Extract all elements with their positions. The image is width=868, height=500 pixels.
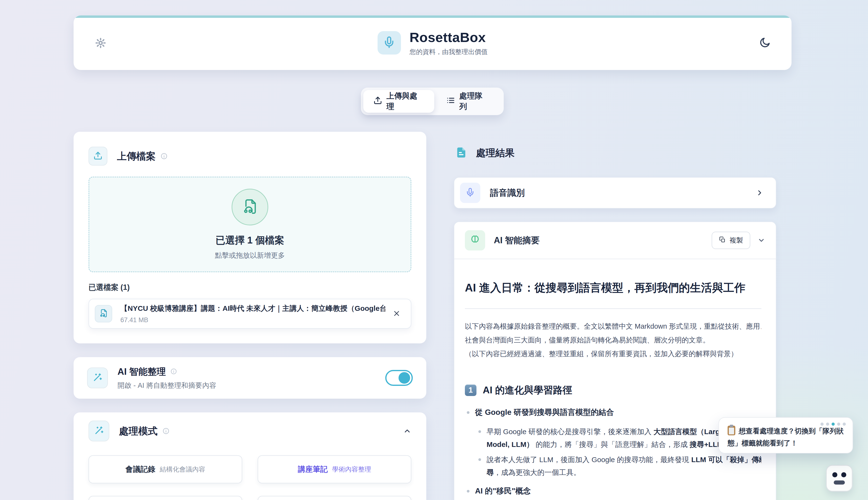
remove-file-button[interactable] bbox=[393, 309, 401, 318]
dropzone-hint: 點擊或拖放以新增更多 bbox=[215, 251, 285, 260]
dot bbox=[843, 422, 846, 426]
summary-bullet-list: 從 Google 研發到搜尋與語言模型的結合 早期 Google 研發的核心是搜… bbox=[465, 407, 761, 500]
magic-wand-icon bbox=[92, 372, 103, 384]
chevron-down-icon[interactable] bbox=[757, 237, 765, 244]
assistant-fab-button[interactable] bbox=[826, 465, 853, 491]
info-icon[interactable] bbox=[170, 368, 177, 375]
microphone-icon bbox=[383, 36, 395, 49]
ai-summary-card: AI 智能摘要 複製 AI 進入日常 bbox=[454, 221, 776, 500]
upload-card: 上傳檔案 已選擇 1 個檔案 bbox=[73, 132, 426, 343]
tab-queue[interactable]: 處理隊列 bbox=[434, 91, 501, 112]
main-tab-bar: 上傳與處理 處理隊列 bbox=[361, 88, 504, 115]
tab-upload-process[interactable]: 上傳與處理 bbox=[363, 90, 434, 113]
app-tagline: 您的資料，由我整理出價值 bbox=[410, 47, 488, 56]
mode-card-title: 處理模式 bbox=[119, 424, 158, 438]
copy-button[interactable]: 複製 bbox=[712, 232, 750, 249]
copy-label: 複製 bbox=[730, 236, 743, 245]
document-icon bbox=[455, 147, 467, 159]
summary-intro-line: 以下內容為根據原始錄音整理的概要。全文以繁體中文 Markdown 形式呈現，重… bbox=[465, 319, 761, 333]
chevron-up-icon bbox=[403, 432, 411, 436]
section-title: AI 的進化與學習路徑 bbox=[483, 384, 572, 397]
audio-file-icon bbox=[99, 309, 108, 319]
dot bbox=[821, 422, 824, 426]
copy-icon bbox=[719, 236, 726, 245]
close-icon bbox=[393, 314, 401, 318]
ai-summary-title: AI 智能摘要 bbox=[494, 235, 540, 246]
wand-chip bbox=[87, 367, 108, 388]
tab-upload-label: 上傳與處理 bbox=[386, 91, 424, 112]
brain-icon bbox=[470, 234, 481, 246]
dot-active bbox=[832, 422, 835, 426]
results-title: 處理結果 bbox=[476, 146, 514, 159]
clipboard-icon bbox=[728, 426, 735, 435]
mode-button-meeting[interactable]: 會議記錄 結構化會議內容 bbox=[89, 455, 242, 484]
ai-organize-card: AI 智能整理 開啟 - AI 將自動整理和摘要內容 bbox=[73, 357, 426, 399]
app-logo bbox=[378, 31, 401, 55]
ai-organize-status: 開啟 - AI 將自動整理和摘要內容 bbox=[117, 381, 216, 390]
brain-chip bbox=[465, 230, 485, 250]
mode-name: 會議記錄 bbox=[126, 464, 155, 475]
hint-toast[interactable]: 想查看處理進度？切換到「隊列狀 態」標籤就能看到了！ bbox=[718, 417, 853, 453]
info-icon[interactable] bbox=[162, 427, 170, 435]
bullet-dot bbox=[478, 458, 481, 461]
list-icon bbox=[446, 96, 455, 107]
voice-recognition-label: 語音識別 bbox=[490, 187, 525, 199]
bullet-dot bbox=[467, 490, 470, 492]
microphone-icon bbox=[465, 188, 475, 198]
app-header: RosettaBox 您的資料，由我整理出價值 bbox=[73, 15, 791, 70]
voice-recognition-row[interactable]: 語音識別 bbox=[454, 177, 776, 208]
upload-icon bbox=[373, 96, 382, 107]
magic-wand-icon bbox=[94, 425, 104, 437]
summary-doc-title: AI 進入日常：從搜尋到語言模型，再到我們的生活與工作 bbox=[465, 281, 761, 295]
mode-button-hidden-1[interactable] bbox=[89, 496, 242, 500]
dot bbox=[837, 422, 840, 426]
info-icon[interactable] bbox=[160, 152, 168, 160]
tab-queue-label: 處理隊列 bbox=[459, 91, 489, 112]
dot bbox=[826, 422, 829, 426]
mode-button-hidden-2[interactable] bbox=[258, 496, 411, 500]
upload-card-title: 上傳檔案 bbox=[117, 150, 155, 163]
app-title: RosettaBox bbox=[410, 30, 488, 45]
toggle-knob bbox=[398, 372, 410, 384]
page: RosettaBox 您的資料，由我整理出價值 上傳與處理 bbox=[0, 0, 868, 500]
voice-chip bbox=[460, 183, 480, 203]
wand-chip bbox=[89, 421, 109, 441]
summary-content: AI 進入日常：從搜尋到語言模型，再到我們的生活與工作 以下內容為根據原始錄音整… bbox=[454, 259, 776, 500]
summary-section-heading: 1 AI 的進化與學習路徑 bbox=[465, 384, 761, 397]
summary-intro-line: 社會與台灣面向三大面向，儘量將原始語句轉化為易於閱讀、層次分明的文章。 bbox=[465, 333, 761, 347]
mode-desc: 學術內容整理 bbox=[332, 465, 371, 474]
dropzone-title: 已選擇 1 個檔案 bbox=[216, 234, 284, 247]
bullet-item: 從 Google 研發到搜尋與語言模型的結合 bbox=[465, 407, 761, 417]
bullet-dot bbox=[467, 411, 470, 414]
file-size: 67.41 MB bbox=[120, 316, 385, 324]
upload-chip bbox=[89, 147, 107, 166]
theme-toggle-button[interactable] bbox=[759, 37, 771, 49]
divider bbox=[465, 308, 761, 309]
ai-organize-toggle[interactable] bbox=[385, 370, 413, 386]
selected-file-row[interactable]: 【NYCU 校級博雅講座】講題：AI時代 未來人才｜主講人：簡立峰教授（Goog… bbox=[89, 299, 411, 329]
keycap-1-icon: 1 bbox=[465, 384, 476, 396]
bullet-dot bbox=[478, 430, 481, 433]
bullet-item: AI 的"移民"概念 bbox=[465, 486, 761, 496]
app-logo-group: RosettaBox 您的資料，由我整理出價值 bbox=[73, 15, 791, 70]
file-dropzone[interactable]: 已選擇 1 個檔案 點擊或拖放以新增更多 bbox=[89, 177, 411, 272]
upload-icon bbox=[93, 151, 103, 161]
mode-desc: 結構化會議內容 bbox=[160, 465, 205, 474]
selected-files-heading: 已選檔案 (1) bbox=[89, 282, 411, 293]
audio-file-icon bbox=[242, 198, 258, 216]
summary-intro-line: （以下內容已經經過過濾、整理並重組，保留所有重要資訊，並加入必要的解釋與背景） bbox=[465, 347, 761, 361]
file-name: 【NYCU 校級博雅講座】講題：AI時代 未來人才｜主講人：簡立峰教授（Goog… bbox=[120, 304, 385, 314]
robot-face-icon bbox=[832, 472, 846, 485]
processing-mode-card: 處理模式 會議記錄 結構化會議內容 講座筆記 學術內容 bbox=[73, 412, 426, 500]
file-chip bbox=[95, 305, 112, 322]
moon-icon bbox=[759, 45, 771, 49]
ai-organize-title: AI 智能整理 bbox=[117, 366, 166, 378]
bullet-item: 說者本人先做了 LLM，後面加入 Google 的搜尋功能，最終發現 LLM 可… bbox=[476, 453, 761, 479]
toast-text: 想查看處理進度？切換到「隊列狀 態」標籤就能看到了！ bbox=[728, 425, 844, 449]
collapse-button[interactable] bbox=[403, 427, 411, 435]
mode-name: 講座筆記 bbox=[298, 464, 328, 475]
toast-pagination-dots bbox=[821, 422, 846, 426]
dropzone-circle bbox=[232, 189, 268, 225]
mode-button-lecture[interactable]: 講座筆記 學術內容整理 bbox=[258, 455, 411, 484]
chevron-right-icon bbox=[755, 189, 764, 197]
